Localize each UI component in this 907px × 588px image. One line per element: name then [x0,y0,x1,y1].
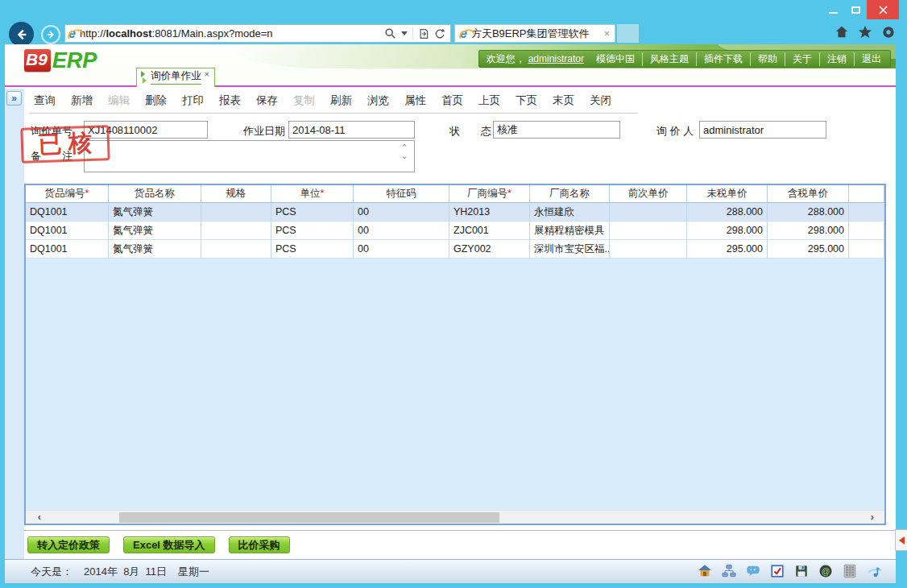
toolbar-refresh[interactable]: 刷新 [330,93,352,108]
cell-spec[interactable] [201,203,271,222]
browser-tab[interactable]: e 方天B9ERP集团管理软件 × [454,24,615,43]
cell-feature-code[interactable]: 00 [354,203,449,222]
toolbar-save[interactable]: 保存 [256,93,278,108]
cell-feature-code[interactable]: 00 [354,222,449,240]
cell-taxed-price[interactable]: 298.000 [768,222,849,240]
org-chart-icon[interactable] [722,564,736,578]
toolbar-query[interactable]: 查询 [34,93,56,108]
back-button[interactable] [9,22,34,47]
url-text[interactable]: http://localhost:8081/Main.aspx?mode=n [80,27,384,39]
home-icon[interactable] [835,25,849,39]
col-feature-code[interactable]: 特征码 [354,185,449,203]
close-window-button[interactable] [867,0,899,19]
cell-pretax-price[interactable]: 295.000 [687,240,768,259]
cell-item-code[interactable]: DQ1001 [26,222,109,240]
remark-field[interactable] [84,140,415,172]
cell-prev-price[interactable] [610,240,687,259]
cell-vendor-code[interactable]: GZY002 [449,240,530,259]
toolbar-print[interactable]: 打印 [182,93,204,108]
cell-vendor-name[interactable]: 永恒建欣 [530,203,610,222]
toolbar-prev-page[interactable]: 上页 [478,93,500,108]
address-bar[interactable]: e http://localhost:8081/Main.aspx?mode=n [64,24,451,43]
cell-vendor-code[interactable]: YH2013 [449,203,530,222]
transfer-pricing-policy-button[interactable]: 转入定价政策 [27,536,110,553]
cell-taxed-price[interactable]: 295.000 [768,240,849,259]
cell-vendor-name[interactable]: 展精程精密模具 [530,222,610,240]
cell-taxed-price[interactable]: 288.000 [768,203,849,222]
maximize-button[interactable] [846,0,865,19]
cell-spec[interactable] [201,240,271,259]
price-compare-purchase-button[interactable]: 比价采购 [229,536,290,553]
minimize-button[interactable] [823,0,843,19]
table-row[interactable]: DQ1001 氮气弹簧 PCS 00 YH2013 永恒建欣 288.000 2… [26,203,884,222]
save-disk-icon[interactable] [794,564,809,578]
work-date-field[interactable] [288,121,415,139]
username-link[interactable]: administrator [528,53,584,64]
col-vendor-code[interactable]: 厂商编号* [449,185,530,203]
checkbox-icon[interactable] [770,564,785,578]
col-item-code[interactable]: 货品编号* [26,185,109,203]
module-tab-close-icon[interactable]: × [205,69,209,79]
expand-sidebar-button[interactable]: » [6,91,22,106]
toolbar-browse[interactable]: 浏览 [367,93,389,108]
compatibility-view-icon[interactable] [418,28,429,39]
right-panel-handle[interactable] [895,529,907,551]
link-about[interactable]: 关于 [785,52,819,66]
status-field[interactable] [493,121,620,139]
cell-vendor-code[interactable]: ZJC001 [449,222,530,240]
link-help[interactable]: 帮助 [750,52,785,66]
toolbar-close[interactable]: 关闭 [590,93,611,108]
search-icon[interactable] [384,27,396,39]
search-dropdown-icon[interactable] [401,31,408,35]
cell-spec[interactable] [201,222,271,240]
cell-feature-code[interactable]: 00 [354,240,449,259]
cell-item-code[interactable]: DQ1001 [26,203,109,222]
settings-gear-icon[interactable] [881,25,896,39]
cell-item-name[interactable]: 氮气弹簧 [109,240,201,259]
toolbar-delete[interactable]: 删除 [145,93,167,108]
col-pretax-price[interactable]: 未税单价 [687,185,768,203]
window-titlebar[interactable] [0,0,907,23]
refresh-icon[interactable] [434,28,445,39]
toolbar-properties[interactable]: 属性 [404,93,426,108]
email-at-icon[interactable]: @ [818,564,833,578]
col-spec[interactable]: 规格 [201,185,271,203]
toolbar-first-page[interactable]: 首页 [441,93,463,108]
horizontal-scrollbar[interactable]: ‹ › [26,510,884,524]
col-vendor-name[interactable]: 厂商名称 [530,185,610,203]
scrollbar-thumb[interactable] [119,512,499,523]
remark-scroll-arrows[interactable]: ⌃⌄ [398,143,411,159]
link-plugins[interactable]: 插件下载 [696,52,750,66]
module-tab-inquiry-order[interactable]: 询价单作业 × [136,68,215,87]
calculator-icon[interactable] [843,564,857,578]
cell-vendor-name[interactable]: 深圳市宝安区福... [530,240,610,259]
link-signout[interactable]: 注销 [819,52,854,66]
tab-close-icon[interactable]: × [603,28,610,39]
col-prev-price[interactable]: 前次单价 [610,185,687,203]
col-unit[interactable]: 单位* [271,185,354,203]
table-row[interactable]: DQ1001 氮气弹簧 PCS 00 ZJC001 展精程精密模具 298.00… [26,222,884,240]
cell-prev-price[interactable] [610,203,687,222]
new-tab-button[interactable] [617,24,639,43]
cell-unit[interactable]: PCS [271,222,354,240]
toolbar-report[interactable]: 报表 [219,93,241,108]
link-exit[interactable]: 退出 [854,52,883,66]
cell-unit[interactable]: PCS [271,203,354,222]
cell-unit[interactable]: PCS [271,240,354,259]
cell-item-code[interactable]: DQ1001 [26,240,109,259]
chat-icon[interactable] [746,564,760,578]
link-company[interactable]: 模德中国 [589,52,642,66]
cell-item-name[interactable]: 氮气弹簧 [109,203,201,222]
toolbar-last-page[interactable]: 末页 [553,93,574,108]
inquirer-field[interactable] [699,121,826,139]
table-row[interactable]: DQ1001 氮气弹簧 PCS 00 GZY002 深圳市宝安区福... 295… [26,240,884,259]
col-item-name[interactable]: 货品名称 [109,185,201,203]
toolbar-new[interactable]: 新增 [71,93,93,108]
scroll-left-icon[interactable]: ‹ [32,511,47,524]
scroll-right-icon[interactable]: › [865,511,880,524]
forward-button[interactable] [41,25,60,44]
home-icon[interactable] [698,564,712,578]
cell-pretax-price[interactable]: 288.000 [687,203,768,222]
col-taxed-price[interactable]: 含税单价 [768,185,849,203]
music-note-icon[interactable] [867,564,883,578]
